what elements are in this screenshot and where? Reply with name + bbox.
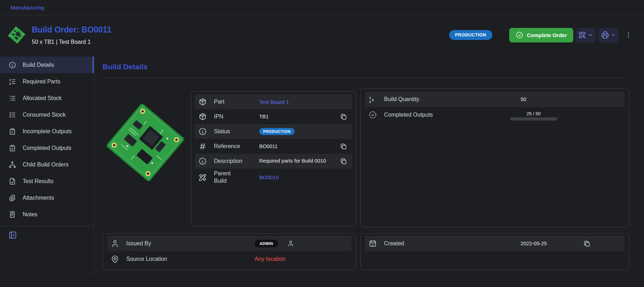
svg-text:2: 2 <box>9 82 11 85</box>
header-actions: PRODUCTION Complete Order <box>449 28 633 42</box>
clipboard-check-icon <box>8 144 16 152</box>
clipboard-list-icon <box>8 128 16 135</box>
status-badge: PRODUCTION <box>259 128 295 135</box>
sidebar-item-allocated-stock[interactable]: Allocated Stock <box>0 90 94 106</box>
info-circle-icon <box>198 157 207 165</box>
map-pin-icon <box>111 255 119 263</box>
copy-button[interactable] <box>583 240 591 247</box>
page-title: Build Order: BO0011 <box>32 25 111 35</box>
sidebar-item-attachments[interactable]: Attachments <box>0 189 94 206</box>
progress-check-icon <box>369 111 377 119</box>
heading-divider <box>103 78 629 78</box>
page-subtitle: 50 x TB1 | Test Board 1 <box>32 39 111 45</box>
info-circle-icon <box>198 127 207 136</box>
copy-button[interactable] <box>340 113 347 121</box>
detail-row-source-location: Source Location Any location <box>107 251 352 267</box>
status-badge: PRODUCTION <box>449 30 492 40</box>
detail-label: Parent Build <box>214 170 259 185</box>
breadcrumb: Manufacturing <box>0 0 644 15</box>
sidebar-item-child-build-orders[interactable]: Child Build Orders <box>0 156 94 173</box>
sidebar-item-label: Incomplete Outputs <box>23 128 72 135</box>
sidebar-item-required-parts[interactable]: 1 2 Required Parts <box>0 73 94 90</box>
build-thumbnail-image <box>7 25 26 45</box>
package-icon <box>198 98 207 106</box>
completed-outputs-progress: 25 / 50 <box>510 110 557 121</box>
list-check-icon <box>8 111 16 119</box>
user-icon <box>111 239 119 248</box>
hash-icon <box>198 142 207 151</box>
copy-icon <box>340 113 347 121</box>
build-details-table: Part Test Board 1 IPN TB1 <box>191 91 356 226</box>
paperclip-icon <box>8 194 16 202</box>
detail-label: Source Location <box>126 256 242 262</box>
copy-button[interactable] <box>340 143 347 150</box>
user-icon <box>287 240 294 247</box>
detail-row-ipn: IPN TB1 <box>195 109 352 124</box>
issued-by-badge: ADMIN <box>255 240 278 247</box>
detail-row-reference: Reference BO0011 <box>195 139 352 154</box>
created-value: 2022-05-25 <box>521 241 547 246</box>
sitemap-icon <box>8 161 16 169</box>
sidebar-item-build-details[interactable]: Build Details <box>0 57 94 73</box>
detail-row-completed-outputs: Completed Outputs 25 / 50 <box>365 107 625 123</box>
detail-label: Completed Outputs <box>384 112 501 118</box>
sidebar-item-test-results[interactable]: Test Results <box>0 173 94 189</box>
header-titles: Build Order: BO0011 50 x TB1 | Test Boar… <box>32 25 111 45</box>
source-location-value: Any location <box>255 256 285 262</box>
main-panel: Build Details Part Test Board 1 <box>94 55 644 275</box>
package-icon <box>198 112 207 121</box>
file-check-icon <box>8 177 16 185</box>
more-actions-button[interactable] <box>623 28 633 42</box>
sidebar-item-label: Test Results <box>23 178 53 184</box>
sidebar-item-label: Notes <box>23 211 37 218</box>
copy-button[interactable] <box>340 158 347 165</box>
detail-label: Reference <box>214 143 259 150</box>
detail-label: Build Quantity <box>384 96 501 102</box>
detail-label: IPN <box>214 113 259 121</box>
chevron-down-icon <box>587 32 593 38</box>
sidebar-item-completed-outputs[interactable]: Completed Outputs <box>0 140 94 156</box>
detail-row-part: Part Test Board 1 <box>195 94 352 109</box>
copy-icon <box>583 240 591 247</box>
copy-icon <box>340 158 347 165</box>
circle-check-icon <box>516 31 523 39</box>
copy-icon <box>340 143 347 150</box>
dots-vertical-icon <box>625 31 632 39</box>
info-circle-icon <box>8 61 16 69</box>
sidebar-item-label: Required Parts <box>23 78 60 85</box>
sidebar-collapse-button[interactable] <box>8 230 17 240</box>
print-actions-button[interactable] <box>598 28 619 42</box>
sidebar-item-notes[interactable]: Notes <box>0 206 94 223</box>
build-quantities-panel: 1 2 3 Build Quantity 50 Completed Output… <box>360 88 629 227</box>
detail-row-description: Description Required parts for Build 001… <box>195 154 352 169</box>
issue-panel: Issued By ADMIN Source Location Any loca… <box>103 233 356 270</box>
printer-icon <box>601 31 609 39</box>
list-icon <box>8 94 16 102</box>
barcode-actions-button[interactable] <box>575 28 596 42</box>
sidebar-item-label: Attachments <box>23 195 54 201</box>
progress-bar <box>510 117 557 121</box>
page-header: Build Order: BO0011 50 x TB1 | Test Boar… <box>0 15 644 55</box>
svg-text:3: 3 <box>372 98 374 102</box>
detail-row-issued-by: Issued By ADMIN <box>107 236 352 251</box>
panel-heading: Build Details <box>103 63 629 71</box>
detail-label: Issued By <box>126 240 242 247</box>
complete-order-button[interactable]: Complete Order <box>509 28 573 42</box>
parent-build-link[interactable]: BO0010 <box>259 174 279 180</box>
sidebar-item-incomplete-outputs[interactable]: Incomplete Outputs <box>0 123 94 140</box>
progress-label: 25 / 50 <box>527 111 541 116</box>
detail-label: Status <box>214 128 259 135</box>
detail-row-build-quantity: 1 2 3 Build Quantity 50 <box>365 92 625 107</box>
page-footer <box>0 275 644 287</box>
detail-label: Part <box>214 98 259 106</box>
detail-label: Created <box>384 240 501 247</box>
svg-text:1: 1 <box>9 78 11 81</box>
notes-icon <box>8 211 16 218</box>
description-value: Required parts for Build 0010 <box>259 157 340 165</box>
sidebar-item-label: Allocated Stock <box>23 95 62 101</box>
breadcrumb-manufacturing-link[interactable]: Manufacturing <box>11 5 44 11</box>
part-link[interactable]: Test Board 1 <box>259 99 289 105</box>
sidebar-item-label: Build Details <box>23 62 54 68</box>
ipn-value: TB1 <box>259 114 340 119</box>
sidebar-item-consumed-stock[interactable]: Consumed Stock <box>0 106 94 123</box>
